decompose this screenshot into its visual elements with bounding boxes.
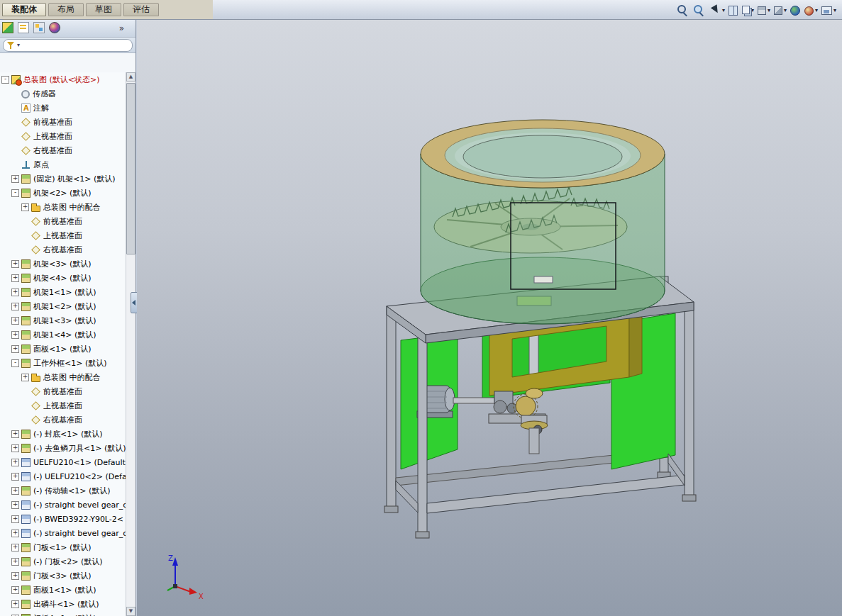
graphics-viewport[interactable]: Z X [137,20,842,616]
tree-item[interactable]: -机架<2> (默认) [0,186,126,200]
tree-filter-input[interactable]: ▾ [3,39,133,52]
tree-item[interactable]: +机架1<4> (默认) [0,327,126,342]
tree-expand-toggle[interactable]: + [11,572,19,580]
menu-tab-1[interactable]: 装配体 [2,3,46,16]
tree-item[interactable]: +(-) straight bevel gear_c [0,526,126,540]
tree-item[interactable]: +(-) 去鱼鳞刀具<1> (默认) [0,441,126,455]
tree-item[interactable]: +出磷斗<1> (默认) [0,597,126,611]
displaymanager-tab-icon[interactable] [49,22,60,33]
tree-item[interactable]: -总装图 (默认<状态>) [0,72,126,86]
section-view-icon[interactable] [758,6,766,15]
document-browser-icon[interactable] [729,6,738,16]
tree-expand-toggle[interactable]: + [11,501,19,509]
tree-expand-toggle[interactable]: + [11,586,19,594]
tree-expand-toggle[interactable]: + [11,331,19,339]
tree-item[interactable]: +面板<1> (默认) [0,342,126,356]
tree-item[interactable]: +机架<4> (默认) [0,271,126,285]
tree-expand-toggle[interactable]: + [11,530,19,537]
tree-item[interactable]: 右视基准面 [0,143,126,157]
tree-item[interactable]: +(-) 门板<2> (默认) [0,554,126,569]
view-settings-icon-caret[interactable]: ▾ [833,7,836,13]
tree-expand-toggle[interactable]: + [11,515,19,523]
tree-item[interactable]: 前视基准面 [0,115,126,129]
tree-item[interactable]: 上视基准面 [0,129,126,143]
tree-item[interactable]: +门板<3> (默认) [0,569,126,583]
zoom-to-fit-icon[interactable] [692,4,704,16]
scroll-down-button[interactable]: ▼ [126,607,135,616]
tree-expand-toggle[interactable]: + [11,444,19,452]
tree-item[interactable]: 原点 [0,157,126,172]
tree-item[interactable]: +机架1<2> (默认) [0,299,126,313]
appearance-icon-caret[interactable]: ▾ [815,7,818,13]
tree-item[interactable]: +面板1<1> (默认) [0,583,126,597]
filter-funnel-icon[interactable] [7,41,16,50]
tree-expand-toggle[interactable]: + [21,374,29,381]
tree-expand-toggle[interactable]: - [11,189,19,197]
tree-item[interactable]: 上视基准面 [0,228,126,242]
tree-item[interactable]: 传感器 [0,86,126,101]
model-canvas[interactable]: Z X [137,20,842,616]
render-globe-icon[interactable] [790,6,800,16]
menu-tab-4[interactable]: 评估 [123,3,159,16]
tree-item[interactable]: 右视基准面 [0,242,126,257]
tree-item[interactable]: +(-) BWED3922-Y90L-2< [0,512,126,526]
tree-expand-toggle[interactable]: + [11,345,19,353]
configurationmanager-tab-icon[interactable] [33,22,45,33]
featuremanager-tree-tab-icon[interactable] [2,22,13,33]
tree-expand-toggle[interactable]: + [11,289,19,296]
selection-filter-icon[interactable] [709,4,721,16]
menu-tab-2[interactable]: 布局 [48,3,84,16]
tree-expand-toggle[interactable]: + [11,487,19,495]
tree-item[interactable]: 前视基准面 [0,384,126,398]
tree-expand-toggle[interactable]: + [11,260,19,268]
panel-scrollbar[interactable]: ▲ ▼ [126,72,135,616]
tree-item[interactable]: +(-) 传动轴<1> (默认) [0,483,126,498]
tree-expand-toggle[interactable]: + [11,558,19,566]
pages-icon-caret[interactable]: ▾ [751,7,754,13]
pages-icon[interactable] [742,6,750,14]
tree-item[interactable]: +总装图 中的配合 [0,200,126,214]
tree-item[interactable]: +门板<1> (默认) [0,540,126,554]
section-view-icon-caret[interactable]: ▾ [768,7,770,13]
scrollbar-thumb[interactable] [126,83,135,254]
tree-item[interactable]: -工作外框<1> (默认) [0,356,126,370]
tree-item[interactable]: 右视基准面 [0,413,126,427]
tree-item[interactable]: +(固定) 机架<1> (默认) [0,172,126,186]
propertymanager-tab-icon[interactable] [18,22,29,33]
filter-caret-icon[interactable]: ▾ [17,42,20,48]
tree-expand-toggle[interactable]: + [11,544,19,551]
tree-expand-toggle[interactable]: + [11,303,19,310]
plane-icon [21,118,31,127]
tree-item[interactable]: +机架<3> (默认) [0,257,126,271]
tree-expand-toggle[interactable]: + [11,175,19,183]
view-orientation-icon-caret[interactable]: ▾ [784,7,787,13]
tree-expand-toggle[interactable]: + [11,430,19,438]
tree-expand-toggle[interactable]: + [11,600,19,608]
tree-expand-toggle[interactable]: - [11,359,19,367]
tree-expand-toggle[interactable]: + [11,473,19,481]
view-orientation-icon[interactable] [774,6,782,15]
tree-item[interactable]: +UELFU210<1> (Default) [0,455,126,469]
tree-expand-toggle[interactable]: + [21,203,29,211]
selection-filter-icon-caret[interactable]: ▾ [722,7,725,13]
view-settings-icon[interactable] [821,6,832,15]
zoom-in-icon[interactable] [676,4,688,16]
appearance-icon[interactable] [804,6,814,16]
tree-item[interactable]: +(-) UELFU210<2> (Default) [0,469,126,483]
tree-expand-toggle[interactable]: + [11,274,19,282]
tree-item[interactable]: +机架1<3> (默认) [0,313,126,327]
tree-item[interactable]: +(-) straight bevel gear_c [0,498,126,512]
tree-item[interactable]: 上视基准面 [0,398,126,413]
tree-item[interactable]: +(-) 封底<1> (默认) [0,427,126,441]
tree-item[interactable]: 注解 [0,101,126,115]
tree-item[interactable]: +总装图 中的配合 [0,370,126,384]
toolbar-overflow-button[interactable]: » [119,23,124,33]
tree-expand-toggle[interactable]: + [11,317,19,325]
tree-item[interactable]: +门板4<1> (默认) [0,611,126,616]
tree-expand-toggle[interactable]: - [1,76,9,84]
scroll-up-button[interactable]: ▲ [126,72,135,82]
tree-item[interactable]: 前视基准面 [0,214,126,228]
tree-expand-toggle[interactable]: + [11,459,19,466]
tree-item[interactable]: +机架1<1> (默认) [0,285,126,299]
menu-tab-3[interactable]: 草图 [86,3,121,16]
